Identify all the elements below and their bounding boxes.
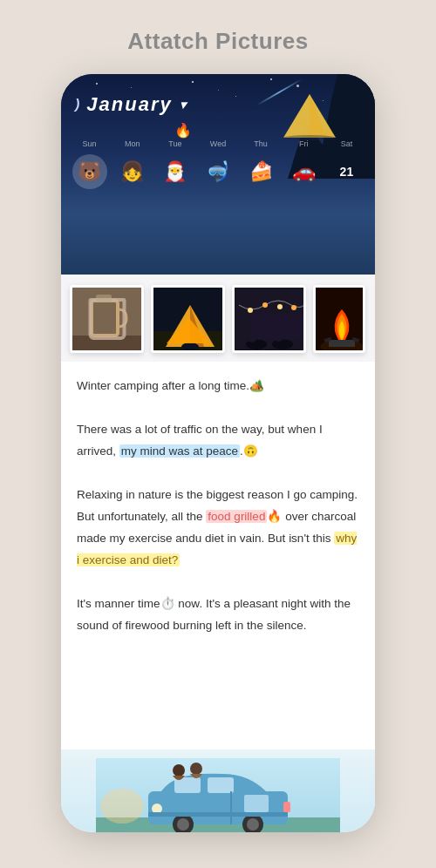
cal-item-6[interactable]: 21 bbox=[329, 154, 364, 189]
svg-rect-31 bbox=[208, 777, 234, 793]
svg-point-14 bbox=[262, 302, 268, 308]
svg-point-41 bbox=[173, 764, 185, 776]
cal-item-4[interactable]: 🍰 bbox=[243, 154, 278, 189]
svg-rect-5 bbox=[92, 301, 118, 336]
van-illustration bbox=[96, 758, 340, 832]
photo-1[interactable] bbox=[70, 285, 144, 353]
svg-rect-34 bbox=[283, 802, 290, 812]
day-sun: Sun bbox=[74, 139, 106, 148]
journal-para-3: Relaxing in nature is the biggest reason… bbox=[77, 485, 359, 572]
month-dropdown-arrow[interactable]: ▾ bbox=[180, 98, 187, 112]
photo-3[interactable] bbox=[232, 285, 306, 353]
calendar-header: 🔥 ) January ▾ Sun Mon Tue Wed Thu Fri Sa… bbox=[61, 74, 375, 275]
svg-marker-1 bbox=[310, 94, 327, 138]
svg-rect-40 bbox=[148, 812, 288, 817]
cal-item-0[interactable]: 🐻 bbox=[72, 154, 107, 189]
month-text: January bbox=[86, 93, 172, 116]
svg-rect-21 bbox=[250, 314, 306, 340]
cal-item-2[interactable]: 🎅 bbox=[158, 154, 193, 189]
cal-item-3[interactable]: 🤿 bbox=[201, 154, 235, 189]
photos-strip bbox=[61, 275, 375, 362]
svg-rect-32 bbox=[244, 795, 269, 812]
month-label[interactable]: ) January ▾ bbox=[75, 93, 187, 116]
campfire-decoration: 🔥 bbox=[174, 122, 192, 139]
svg-point-36 bbox=[177, 818, 189, 831]
svg-rect-24 bbox=[329, 340, 355, 347]
day-mon: Mon bbox=[117, 139, 148, 148]
highlight-food: food grilled bbox=[206, 510, 267, 523]
day-fri: Fri bbox=[288, 139, 319, 148]
svg-rect-4 bbox=[72, 336, 144, 353]
phone-mockup: 🔥 ) January ▾ Sun Mon Tue Wed Thu Fri Sa… bbox=[61, 74, 375, 832]
svg-point-16 bbox=[291, 305, 296, 310]
journal-para-1: Winter camping after a long time.🏕️ bbox=[77, 376, 359, 397]
journal-para-4: It's manner time⏱️ now. It's a pleasant … bbox=[77, 593, 359, 637]
photo-4[interactable] bbox=[313, 285, 365, 353]
page-title: Attatch Pictures bbox=[127, 28, 308, 55]
journal-text: Winter camping after a long time.🏕️ Ther… bbox=[77, 376, 359, 637]
cal-item-5[interactable]: 🚗 bbox=[286, 154, 321, 189]
svg-point-11 bbox=[181, 342, 199, 351]
tent-illustration bbox=[279, 90, 340, 146]
svg-rect-6 bbox=[96, 295, 112, 302]
day-sat: Sat bbox=[330, 139, 362, 148]
svg-point-15 bbox=[277, 304, 283, 309]
svg-point-13 bbox=[248, 308, 253, 313]
cal-item-1[interactable]: 👧 bbox=[115, 154, 150, 189]
journal-para-2: There was a lot of traffic on the way, b… bbox=[77, 419, 359, 463]
day-labels-row: Sun Mon Tue Wed Thu Fri Sat bbox=[61, 139, 375, 148]
highlight-peace: my mind was at peace bbox=[119, 444, 240, 458]
journal-content: Winter camping after a long time.🏕️ Ther… bbox=[61, 362, 375, 749]
calendar-emoji-row: 🐻 👧 🎅 🤿 🍰 🚗 21 bbox=[61, 154, 375, 189]
photo-2[interactable] bbox=[151, 285, 225, 353]
svg-point-38 bbox=[247, 818, 259, 831]
svg-point-43 bbox=[100, 789, 144, 824]
svg-point-18 bbox=[272, 339, 293, 349]
day-thu: Thu bbox=[245, 139, 276, 148]
svg-point-42 bbox=[190, 763, 202, 775]
bottom-illustration: Good night 🌑 bbox=[61, 749, 375, 832]
day-wed: Wed bbox=[202, 139, 234, 148]
day-tue: Tue bbox=[160, 139, 191, 148]
